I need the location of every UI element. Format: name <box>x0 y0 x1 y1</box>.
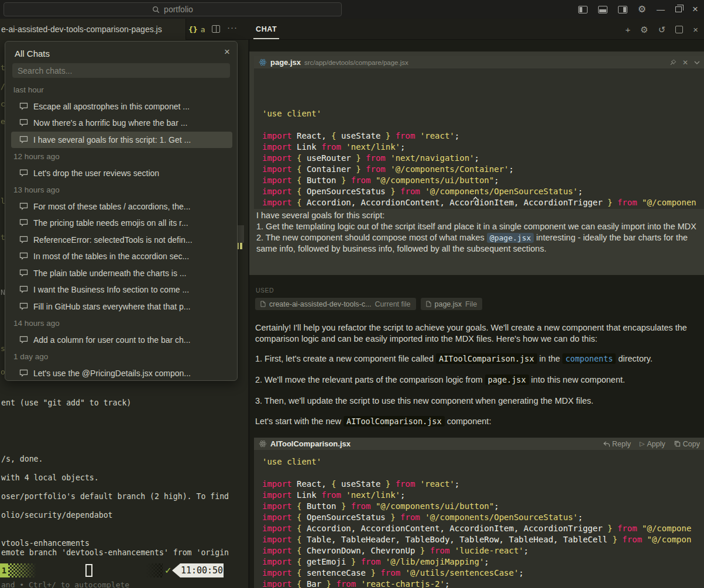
terminal-statusbar: 1 ✓ 11:00:50 <box>0 563 248 579</box>
used-label: USED <box>256 287 274 294</box>
chat-item[interactable]: Now there's a horrific bug where the bar… <box>11 115 232 132</box>
search-text: portfolio <box>164 5 193 14</box>
inline-code-link[interactable]: components <box>562 353 616 364</box>
code-line <box>262 119 704 130</box>
apply-button[interactable]: ▷ Apply <box>640 440 665 448</box>
tab-file[interactable]: e-ai-assisted-dev-tools-comparison-pages… <box>0 19 186 40</box>
expand-panel-icon[interactable] <box>675 26 683 33</box>
prompt-dither <box>8 563 36 577</box>
scrollbar-mark <box>240 243 242 249</box>
chat-item[interactable]: The pricing table needs emojis on all it… <box>11 215 232 232</box>
chat-item[interactable]: I want the Business Info section to come… <box>11 281 232 298</box>
toggle-right-dock-icon[interactable] <box>618 6 627 13</box>
chat-item[interactable]: The plain table underneath the charts is… <box>11 265 232 282</box>
code-block-body[interactable]: 'use client' import React, { useState } … <box>254 450 704 588</box>
json-file-icon: {} <box>188 25 198 34</box>
code-line <box>262 467 704 479</box>
chat-bubble-icon <box>19 286 28 294</box>
chat-item[interactable]: Let's drop the user reviews section <box>11 165 232 182</box>
code-line: import React, { useState } from 'react'; <box>262 130 704 142</box>
assistant-step-2: 2. We'll move the relevant parts of the … <box>255 374 702 386</box>
code-block-body[interactable]: 'use client' import React, { useState } … <box>254 68 704 209</box>
chat-item-label: I want the Business Info section to come… <box>33 285 189 294</box>
tab-json-file[interactable]: {} a <box>188 19 205 40</box>
chat-item[interactable]: I have several goals for this script: 1.… <box>11 132 232 149</box>
code-filename: AIToolComparison.jsx <box>270 439 351 448</box>
powerline-arrow <box>172 563 180 577</box>
terminal-line <box>1 464 229 473</box>
toggle-bottom-dock-icon[interactable] <box>598 6 607 13</box>
settings-gear-icon[interactable]: ⚙ <box>638 5 646 14</box>
restore-button[interactable] <box>675 6 682 12</box>
reply-button[interactable]: Reply <box>603 440 631 448</box>
chat-item[interactable]: Escape all apostrophes in this componet … <box>11 98 232 115</box>
chat-bubble-icon <box>19 102 28 111</box>
chevron-down-icon[interactable] <box>694 61 700 64</box>
chat-item[interactable]: For most of these tables / accordions, t… <box>11 198 232 215</box>
chat-item-label: ReferenceError: selectedTools is not def… <box>33 235 193 245</box>
chat-item-label: The plain table underneath the charts is… <box>33 269 187 278</box>
new-chat-icon[interactable]: + <box>625 25 630 34</box>
close-window-button[interactable]: × <box>692 4 698 15</box>
assistant-lead-in: Let's start with the new AIToolCompariso… <box>255 416 702 427</box>
terminal-output[interactable]: ent (use "git add" to track) /s, done. w… <box>1 398 229 558</box>
terminal-line: with 4 local objects. <box>1 473 229 483</box>
status-check-icon: ✓ <box>164 565 172 576</box>
panel-title: All Chats <box>15 49 50 59</box>
context-file-chip[interactable]: create-ai-assisted-dev-tools-c...Current… <box>255 298 416 310</box>
terminal-line: olio/security/dependabot <box>1 511 229 520</box>
chat-item[interactable]: Add a column for user count to the bar c… <box>11 332 232 349</box>
code-line: import Link from 'next/link'; <box>262 490 704 501</box>
inline-code: page.jsx <box>485 374 529 385</box>
terminal-line <box>1 529 229 539</box>
chat-bubble-icon <box>19 236 28 244</box>
pin-icon[interactable] <box>670 59 676 66</box>
code-line: import Link from 'next/link'; <box>262 142 704 153</box>
window-controls: ⚙ — × <box>578 0 698 19</box>
user-message: page.jsx src/app/devtools/compare/page.j… <box>249 51 704 275</box>
search-icon <box>152 6 160 13</box>
code-line: 'use client' <box>262 108 704 119</box>
chat-history-icon[interactable]: ↺ <box>658 25 666 34</box>
split-pane-icon[interactable] <box>212 25 220 33</box>
minimize-button[interactable]: — <box>657 5 665 14</box>
more-options-icon[interactable]: ··· <box>227 22 238 32</box>
toggle-left-dock-icon[interactable] <box>578 6 588 13</box>
chat-bubble-icon <box>19 369 28 377</box>
chat-bubble-icon <box>19 302 28 311</box>
close-chat-icon[interactable]: × <box>693 25 698 34</box>
code-line: import { OpenSourceStatus } from '@/comp… <box>262 186 704 197</box>
chat-bubble-icon <box>19 119 28 127</box>
code-filepath: src/app/devtools/compare/page.jsx <box>304 59 408 66</box>
chats-search-input[interactable]: Search chats... <box>12 63 230 78</box>
apply-icon: ▷ <box>640 440 644 448</box>
tab-chat[interactable]: CHAT <box>253 19 279 40</box>
code-line: import { Container } from '@/components/… <box>262 164 704 175</box>
close-panel-icon[interactable]: × <box>224 46 230 58</box>
chat-item[interactable]: Let's use the @PricingDetails.jsx compon… <box>11 365 232 381</box>
chat-settings-icon[interactable]: ⚙ <box>640 25 648 34</box>
context-file-chip[interactable]: page.jsxFile <box>421 298 483 310</box>
terminal-line <box>1 483 229 492</box>
terminal-line <box>1 520 229 529</box>
code-line: import { Accordion, AccordionContent, Ac… <box>262 523 704 534</box>
chat-item[interactable]: ReferenceError: selectedTools is not def… <box>11 232 232 249</box>
close-block-icon[interactable]: ✕ <box>682 59 688 67</box>
chat-panel: page.jsx src/app/devtools/compare/page.j… <box>249 40 704 588</box>
used-chips: create-ai-assisted-dev-tools-c...Current… <box>255 298 482 310</box>
file-icon <box>426 301 431 307</box>
chat-item[interactable]: In most of the tables in the accordion s… <box>11 248 232 265</box>
terminal-line <box>1 501 229 511</box>
code-line: import { Button } from "@/components/ui/… <box>262 501 704 512</box>
code-line: import { sentenceCase } from '@/utils/se… <box>262 568 704 579</box>
chat-item-label: Add a column for user count to the bar c… <box>33 335 190 345</box>
copy-button[interactable]: Copy <box>674 440 700 448</box>
terminal-line: /s, done. <box>1 455 229 464</box>
file-icon <box>260 301 266 307</box>
terminal-line <box>1 408 229 417</box>
project-search[interactable]: portfolio <box>4 2 342 16</box>
chat-bubble-icon <box>19 202 28 211</box>
terminal-line: ent (use "git add" to track) <box>1 398 229 408</box>
chat-item[interactable]: Fill in GitHub stars everywhere that tha… <box>11 298 232 315</box>
chat-item-label: The pricing table needs emojis on all it… <box>33 218 188 228</box>
